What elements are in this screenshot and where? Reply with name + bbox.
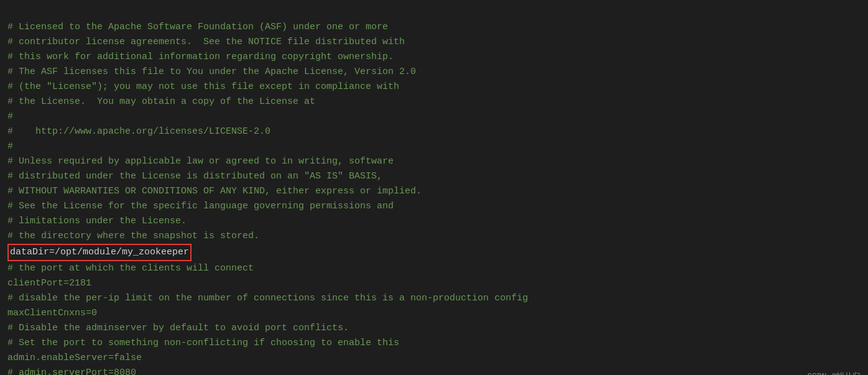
code-line: # disable the per-ip limit on the number… [7, 291, 861, 306]
code-line: # See the License for the specific langu… [7, 199, 861, 214]
code-line: admin.enableServer=false [7, 351, 861, 366]
code-line: maxClientCnxns=0 [7, 306, 861, 321]
code-line: # [7, 109, 861, 124]
code-line: # admin.serverPort=8080 [7, 366, 861, 375]
code-line: # (the "License"); you may not use this … [7, 80, 861, 95]
code-line: # contributor license agreements. See th… [7, 35, 861, 50]
code-block: # Licensed to the Apache Software Founda… [0, 0, 868, 375]
code-line: # WITHOUT WARRANTIES OR CONDITIONS OF AN… [7, 184, 861, 199]
code-line: # Disable the adminserver by default to … [7, 321, 861, 336]
code-line: # The ASF licenses this file to You unde… [7, 65, 861, 80]
highlighted-code-text: dataDir=/opt/module/my_zookeeper [7, 244, 192, 261]
code-line: # Unless required by applicable law or a… [7, 154, 861, 169]
code-line: # Set the port to something non-conflict… [7, 336, 861, 351]
code-line: # the License. You may obtain a copy of … [7, 95, 861, 109]
code-line: # http://www.apache.org/licenses/LICENSE… [7, 124, 861, 139]
code-line: # Licensed to the Apache Software Founda… [7, 20, 861, 35]
code-line: # the port at which the clients will con… [7, 261, 861, 276]
code-line: # [7, 139, 861, 154]
code-line: # distributed under the License is distr… [7, 169, 861, 184]
watermark-label: CSDN @蜗丛归 [807, 371, 861, 375]
code-line: clientPort=2181 [7, 276, 861, 291]
code-line: # the directory where the snapshot is st… [7, 229, 861, 244]
code-line: # limitations under the License. [7, 214, 861, 229]
code-line: dataDir=/opt/module/my_zookeeper [7, 244, 861, 261]
code-line: # this work for additional information r… [7, 50, 861, 65]
